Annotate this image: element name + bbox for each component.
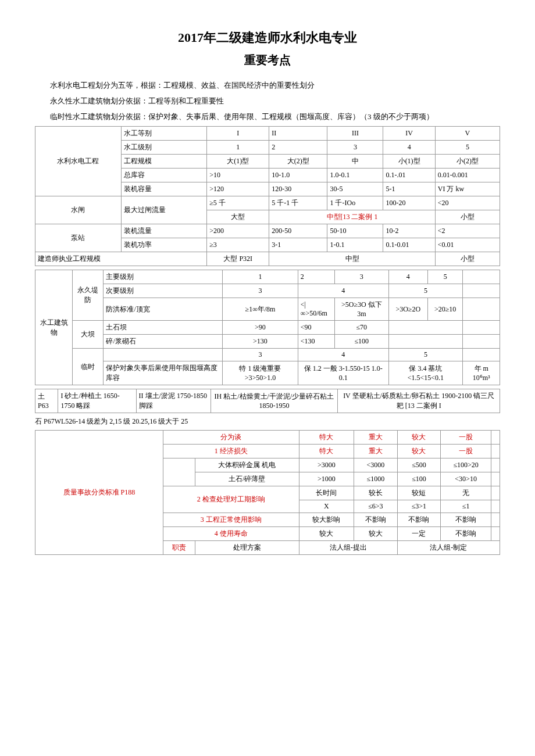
cell: >130 [223, 335, 298, 349]
cell: 水利水电工程 [35, 127, 122, 196]
cell: 2 [269, 141, 327, 155]
cell: >200 [207, 224, 269, 238]
cell: 水工建筑物 [35, 270, 73, 385]
cell: 大(2)型 [269, 155, 327, 169]
cell: 较大 [299, 527, 354, 541]
cell: >10 [207, 169, 269, 182]
cell: ≤100 [335, 335, 388, 349]
cell: <0.01 [435, 238, 500, 252]
table-row: 防洪标准/顶宽 ≥1∞年/8m <|∞>50/6m >5O≥3O 似下 3m >… [35, 298, 500, 321]
cell: 5 [388, 349, 463, 361]
cell: 2 [298, 270, 334, 284]
cell: 永久堤防 [73, 270, 104, 321]
cell: ≤3>1 [397, 500, 441, 513]
cell: >20≥10 [427, 298, 462, 321]
cell: ≤6>3 [354, 500, 398, 513]
para-2: 永久性水工建筑物划分依据：工程等别和工程重要性 [35, 95, 500, 108]
cell: ≥1∞年/8m [223, 298, 298, 321]
cell: 小(2)型 [435, 155, 500, 169]
cell: 法人组-提出 [299, 541, 397, 555]
cell: 较大影响 [299, 513, 354, 527]
cell: >90 [223, 321, 298, 335]
cell: 0.1-0.01 [383, 238, 435, 252]
cell: 200-50 [269, 224, 327, 238]
cell: 次要级别 [104, 284, 223, 298]
cell: 5 [435, 141, 500, 155]
cell: 3-1 [269, 238, 327, 252]
cell: 3 [223, 284, 298, 298]
cell: 碎/浆砌石 [104, 335, 223, 349]
cell: 4 [298, 284, 388, 298]
cell: 重大 [354, 431, 398, 445]
table-row: 质量事故分类标准 P188 分为谈 特大 重大 较大 一股 [35, 431, 500, 445]
cell: 工程规模 [121, 155, 207, 169]
table-grades: 水利水电工程 水工等别 I II III IV V 水工级别 1 2 3 4 5… [35, 126, 500, 266]
cell: 小型 [435, 210, 500, 224]
para-3: 临时性水工建筑物划分依据：保护对象、失事后果、使用年限、工程规模（围堰高度、库容… [35, 111, 500, 123]
cell: 120-30 [269, 182, 327, 196]
table-row: 水利水电工程 水工等别 I II III IV V [35, 127, 500, 141]
cell: 一定 [397, 527, 441, 541]
cell: I [207, 127, 269, 141]
cell: 临时 [73, 349, 104, 385]
cell: >120 [207, 182, 269, 196]
cell: 水工级别 [121, 141, 207, 155]
cell: 0.01-0.001 [435, 169, 500, 182]
cell: 装机流量 [121, 224, 207, 238]
table-quality: 质量事故分类标准 P188 分为谈 特大 重大 较大 一股 1 经济损失 特大 … [35, 430, 500, 555]
cell: 保护对象失事后果使用年限围堰高度库容 [104, 361, 223, 385]
cell: 0.1-.01 [383, 169, 435, 182]
cell: 3 [335, 270, 388, 284]
cell: 3 工程正常使用影响 [163, 513, 299, 527]
cell: 总库容 [121, 169, 207, 182]
cell: 保 1.2 一般 3-1.550-15 1.0-0.1 [298, 361, 388, 385]
cell: 10-2 [383, 224, 435, 238]
table-row: 次要级别 3 4 5 [35, 284, 500, 298]
cell: 大型 [207, 210, 269, 224]
cell: 5 [427, 270, 462, 284]
cell: 不影响 [441, 527, 491, 541]
table-row: 碎/浆砌石 >130 <130 ≤100 [35, 335, 500, 349]
cell: ≥3 [207, 238, 269, 252]
cell: 保 3.4 基坑 <1.5<15<0.1 [388, 361, 463, 385]
cell: 一股 [441, 445, 491, 458]
cell: 4 使用寿命 [163, 527, 299, 541]
cell: II 壤土/淤泥 1750-1850 脚踩 [136, 389, 211, 413]
cell: >3O≥2O [388, 298, 427, 321]
cell: ≤70 [335, 321, 388, 335]
cell: 分为谈 [163, 431, 299, 445]
cell: 较大 [354, 527, 398, 541]
cell: <130 [298, 335, 334, 349]
cell: V [435, 127, 500, 141]
cell: 5-1 [383, 182, 435, 196]
cell: 较长 [354, 486, 398, 500]
table-row: 泵站 装机流量 >200 200-50 50-10 10-2 <2 [35, 224, 500, 238]
cell: 法人组-制定 [397, 541, 500, 555]
cell: 1 [223, 270, 298, 284]
cell: 中型 [269, 252, 436, 266]
cell: III [327, 127, 383, 141]
cell: 特大 [299, 431, 354, 445]
cell: 2 检查处理对工期影响 [163, 486, 299, 513]
cell: 处理方案 [195, 541, 299, 555]
cell: 装机容量 [121, 182, 207, 196]
table-soil: 土 P63 I 砂土/种植土 1650-1750 略踩 II 壤土/淤泥 175… [35, 389, 500, 413]
table-row: 水闸 最大过闸流量 ≥5 千 5 千-1 千 1 千-IOo 100-20 <2… [35, 196, 500, 210]
cell: 1 经济损失 [163, 445, 299, 458]
cell: 1.0-0.1 [327, 169, 383, 182]
cell: 50-10 [327, 224, 383, 238]
cell: 100-20 [383, 196, 435, 210]
cell: 3 [223, 349, 298, 361]
title-main: 2017年二级建造师水利水电专业 [35, 29, 500, 46]
cell: 较大 [397, 445, 441, 458]
cell: 主要级别 [104, 270, 223, 284]
table-row: 保护对象失事后果使用年限围堰高度库容 特 1 级淹重要 >3>50>1.0 保 … [35, 361, 500, 385]
cell: 土 P63 [35, 389, 58, 413]
cell: 特大 [299, 445, 354, 458]
cell: 一股 [441, 431, 491, 445]
cell [104, 349, 223, 361]
cell: <30>10 [441, 472, 491, 486]
cell: >1000 [299, 472, 354, 486]
cell: ≤100>20 [441, 458, 491, 472]
cell: 土石/碎薄壁 [195, 472, 299, 486]
